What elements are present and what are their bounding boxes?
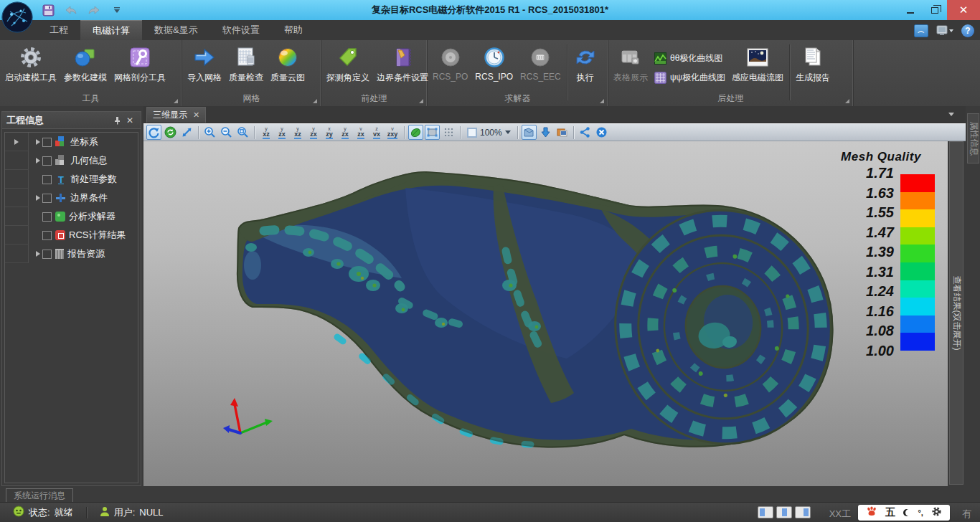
restore-button[interactable] xyxy=(923,0,947,20)
table-display-button[interactable]: 表格展示 xyxy=(610,43,651,86)
minimize-button[interactable] xyxy=(898,0,923,20)
pin-icon[interactable] xyxy=(110,115,123,126)
points-display-button[interactable] xyxy=(441,125,456,140)
view-preset-button[interactable]: vzxy xyxy=(385,125,400,140)
group-dialog-launcher[interactable] xyxy=(174,99,178,103)
tree-item[interactable]: 边界条件 xyxy=(5,189,138,207)
view-preset-button[interactable]: xzy xyxy=(321,125,337,140)
zoom-in-button[interactable] xyxy=(202,125,217,140)
properties-collapsed-tab[interactable]: 属性信息 xyxy=(967,113,979,163)
tree-item[interactable]: 前处理参数 xyxy=(5,170,138,189)
parametric-modeling-button[interactable]: 参数化建模 xyxy=(60,43,110,86)
view-preset-button[interactable]: vzx xyxy=(353,125,369,140)
generate-report-button[interactable]: 生成报告 xyxy=(792,43,834,86)
view-preset-button[interactable]: yxz xyxy=(258,125,274,140)
tree-checkbox[interactable] xyxy=(42,250,52,259)
quick-access-dropdown-icon[interactable] xyxy=(109,2,125,18)
undo-button[interactable] xyxy=(63,2,79,18)
link-nodes-button[interactable] xyxy=(578,125,593,140)
tree-item[interactable]: RCS计算结果 xyxy=(5,226,138,245)
close-panel-icon[interactable]: ✕ xyxy=(123,115,136,126)
tree-checkbox[interactable] xyxy=(42,138,52,147)
tab-software-settings[interactable]: 软件设置 xyxy=(210,20,272,40)
tree-checkbox[interactable] xyxy=(42,231,52,240)
view-preset-button[interactable]: yzx xyxy=(306,125,321,140)
psi-polarization-curve-button[interactable]: ψψ极化曲线图 xyxy=(651,70,728,85)
rotate-view-button[interactable] xyxy=(146,125,161,140)
app-logo-icon[interactable] xyxy=(1,1,33,33)
quality-check-button[interactable]: 质量检查 xyxy=(225,43,267,86)
ime-settings-gear-icon[interactable] xyxy=(931,506,942,519)
display-device-icon[interactable] xyxy=(936,24,954,37)
view-results-collapsed-bar[interactable]: 查看结果(双击展开) xyxy=(949,141,963,485)
view-preset-button[interactable]: yzx xyxy=(337,125,353,140)
close-tab-icon[interactable]: ✕ xyxy=(193,110,199,120)
pan-view-button[interactable] xyxy=(179,125,194,140)
close-button[interactable]: ✕ xyxy=(947,0,980,20)
ime-halfwidth-moon-icon[interactable] xyxy=(903,509,910,516)
legend-color-swatch xyxy=(900,315,935,333)
import-mesh-button[interactable]: 导入网格 xyxy=(184,43,225,86)
3d-canvas[interactable]: Mesh Quality 1.711.631.551.471.391.311.2… xyxy=(143,141,948,486)
shaded-mode-button[interactable] xyxy=(408,125,423,140)
region-select-button[interactable] xyxy=(522,125,537,140)
zoom-fit-button[interactable] xyxy=(235,125,250,140)
tree-checkbox[interactable] xyxy=(42,194,52,203)
view-preset-button[interactable]: zvx xyxy=(369,125,385,140)
boundary-settings-button[interactable]: 边界条件设置 xyxy=(373,43,432,86)
drop-down-arrow-button[interactable] xyxy=(538,125,553,140)
tree-checkbox[interactable] xyxy=(42,212,52,222)
tab-3d-display[interactable]: 三维显示 ✕ xyxy=(146,107,206,123)
layout-center-button[interactable] xyxy=(776,506,792,518)
collapse-ribbon-button[interactable]: ︿ xyxy=(914,24,928,37)
zoom-level-dropdown[interactable]: 100% xyxy=(464,127,514,138)
expand-icon[interactable] xyxy=(36,251,40,257)
save-button[interactable] xyxy=(40,2,56,18)
tab-list-dropdown-icon[interactable] xyxy=(948,113,954,116)
redo-button[interactable] xyxy=(86,2,102,18)
group-dialog-launcher[interactable] xyxy=(419,99,423,103)
expand-icon[interactable] xyxy=(36,195,40,201)
expand-icon[interactable] xyxy=(36,158,40,163)
group-dialog-launcher[interactable] xyxy=(313,99,317,103)
system-messages-tab[interactable]: 系统运行消息 xyxy=(6,488,73,502)
tab-project[interactable]: 工程 xyxy=(37,20,80,40)
layout-right-button[interactable] xyxy=(795,506,811,518)
plane-display-button[interactable] xyxy=(425,125,440,140)
tree-item[interactable]: 报告资源 xyxy=(5,245,138,263)
tree-item[interactable]: 几何信息 xyxy=(5,151,138,170)
tab-em-computation[interactable]: 电磁计算 xyxy=(80,20,142,40)
help-button[interactable]: ? xyxy=(961,24,974,37)
solver-rcs-po-button[interactable]: RCS_PO xyxy=(429,43,471,84)
tab-data-display[interactable]: 数据&显示 xyxy=(142,20,210,40)
theta-polarization-curve-button[interactable]: θθ极化曲线图 xyxy=(651,51,728,66)
view-preset-button[interactable]: yzx xyxy=(274,125,290,140)
tree-checkbox[interactable] xyxy=(42,156,52,166)
cancel-button[interactable] xyxy=(594,125,609,140)
tree-item[interactable]: 坐标系 xyxy=(5,133,138,151)
group-dialog-launcher[interactable] xyxy=(845,99,849,103)
orbit-view-button[interactable] xyxy=(163,125,178,140)
zoom-out-button[interactable] xyxy=(219,125,234,140)
view-preset-button[interactable]: yxz xyxy=(290,125,306,140)
tree-checkbox[interactable] xyxy=(42,175,52,184)
snapshot-button[interactable] xyxy=(555,125,570,140)
tree-item[interactable]: 分析求解器 xyxy=(5,207,138,226)
probe-angle-button[interactable]: 探测角定义 xyxy=(323,43,373,86)
launch-modeling-tool-button[interactable]: 启动建模工具 xyxy=(1,43,60,86)
tab-help[interactable]: 帮助 xyxy=(272,20,315,40)
ime-input-mode[interactable]: 五 xyxy=(885,506,895,519)
solver-rcs-ipo-button[interactable]: RCS_IPO xyxy=(471,43,517,84)
quality-contour-button[interactable]: 质量云图 xyxy=(267,43,308,86)
root-expand-icon[interactable] xyxy=(14,139,19,145)
meshing-tool-button[interactable]: 网格剖分工具 xyxy=(110,43,169,86)
ime-punctuation-icon[interactable]: °, xyxy=(918,508,923,517)
chevron-down-icon xyxy=(505,130,511,134)
execute-button[interactable]: 执行 xyxy=(570,43,601,86)
ime-logo-icon[interactable] xyxy=(866,506,877,519)
solver-rcs-eec-button[interactable]: RCS_EEC xyxy=(517,43,565,84)
layout-left-button[interactable] xyxy=(758,506,773,518)
induced-current-map-button[interactable]: 感应电磁流图 xyxy=(728,43,787,86)
group-dialog-launcher[interactable] xyxy=(600,99,604,103)
expand-icon[interactable] xyxy=(36,139,40,145)
